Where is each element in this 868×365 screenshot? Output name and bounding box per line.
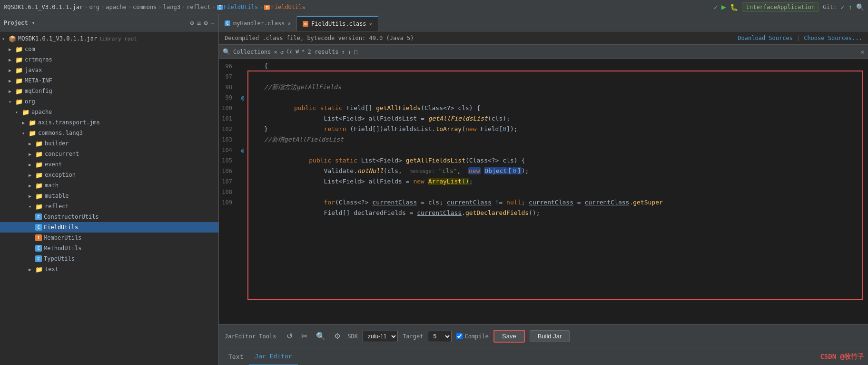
line-code: //新增方法getAllFields [247, 82, 868, 92]
settings-button[interactable]: ⚙ [332, 331, 343, 342]
code-editor[interactable]: 96 { 97 98 //新增方法getAllFields [219, 59, 868, 324]
line-number: 103 [219, 134, 238, 145]
match-case-icon[interactable]: Cc [286, 49, 293, 55]
whole-word-icon[interactable]: W [296, 49, 299, 55]
download-sources-link[interactable]: Download Sources [738, 35, 793, 41]
tree-item-label: MQSDK1.6.1_V3.0.1.1.jar [18, 35, 97, 42]
expand-arrow: ▶ [29, 267, 35, 272]
tree-item-event[interactable]: ▶ 📁 event [0, 159, 218, 170]
line-number: 106 [219, 166, 238, 176]
git-label: Git: [823, 4, 837, 10]
tree-item-builder[interactable]: ▶ 📁 builder [0, 138, 218, 149]
tree-item-mutable[interactable]: ▶ 📁 mutable [0, 191, 218, 201]
breadcrumb-item: lang3 [163, 4, 180, 10]
tree-item-mqsdk[interactable]: ▾ 📦 MQSDK1.6.1_V3.0.1.1.jar library root [0, 33, 218, 44]
tree-item-label: commons.lang3 [38, 130, 83, 136]
close-bar-icon[interactable]: ✕ [861, 49, 864, 55]
search-button[interactable]: 🔍 [314, 331, 327, 342]
breadcrumb-item: apache [106, 4, 126, 10]
tree-item-axis[interactable]: ▶ 📁 axis.transport.jms [0, 117, 218, 128]
code-line-103: 103 //新增getAllFieldsList [219, 134, 868, 145]
breadcrumb-item: reflect [187, 4, 211, 10]
folder-icon: 📁 [35, 140, 43, 147]
refresh-icon[interactable]: ↺ [280, 49, 284, 55]
class-icon: I [35, 234, 42, 241]
folder-icon: 📁 [29, 130, 36, 137]
sdk-select[interactable]: zulu-11 [363, 331, 398, 342]
tree-item-label: apache [31, 109, 52, 115]
debug-icon[interactable]: 🐛 [730, 3, 738, 11]
line-number: 109 [219, 197, 238, 208]
tab-myhandler[interactable]: C myHandler.class ✕ [219, 16, 297, 31]
compile-check: Compile [456, 333, 489, 340]
code-line-100: 100 List<Field> allFieldsList = getAllFi… [219, 103, 868, 113]
tree-item-org[interactable]: ▾ 📁 org [0, 96, 218, 107]
next-result-icon[interactable]: ↓ [348, 49, 351, 55]
run-button[interactable]: ▶ [721, 2, 726, 11]
tree-item-com[interactable]: ▶ 📁 com [0, 44, 218, 54]
tree-item-concurrent[interactable]: ▶ 📁 concurrent [0, 149, 218, 159]
breadcrumb-item: org [89, 4, 99, 10]
code-line-96: 96 { [219, 61, 868, 71]
tree-item-text[interactable]: ▶ 📁 text [0, 264, 218, 274]
line-gutter: @ [238, 145, 247, 156]
search-icon[interactable]: 🔍 [856, 3, 864, 11]
choose-sources-link[interactable]: Choose Sources... [804, 35, 862, 41]
class-icon: C [35, 245, 42, 252]
tree-item-javax[interactable]: ▶ 📁 javax [0, 65, 218, 75]
tree-item-crtmqras[interactable]: ▶ 📁 crtmqras [0, 54, 218, 65]
tree-item-methodutils[interactable]: C MethodUtils [0, 243, 218, 253]
tab-fieldutils[interactable]: m FieldUtils.class ✕ [297, 16, 378, 31]
tree-item-exception[interactable]: ▶ 📁 exception [0, 170, 218, 180]
expand-arrow: ▾ [29, 204, 35, 209]
redo-button[interactable]: ✂ [299, 331, 309, 342]
line-number: 96 [219, 61, 238, 71]
folder-icon: 📁 [15, 88, 23, 95]
folder-icon: 📁 [22, 109, 30, 116]
tab-close-icon[interactable]: ✕ [287, 20, 291, 27]
tab-jar-editor[interactable]: Jar Editor [249, 348, 297, 365]
git-sync-icon[interactable]: ↑ [848, 3, 852, 11]
breadcrumb-item: CFieldUtils [217, 4, 258, 10]
tab-bar: C myHandler.class ✕ m FieldUtils.class ✕ [219, 14, 868, 31]
tree-item-apache[interactable]: ▾ 📁 apache [0, 107, 218, 117]
tree-item-constructorutils[interactable]: C ConstructorUtils [0, 212, 218, 222]
tree-item-reflect[interactable]: ▾ 📁 reflect [0, 201, 218, 212]
tree-item-commons[interactable]: ▾ 📁 commons.lang3 [0, 128, 218, 138]
tree-item-metainf[interactable]: ▶ 📁 META-INF [0, 75, 218, 86]
build-jar-button[interactable]: Build Jar [530, 330, 570, 342]
main-layout: Project ▾ ⊕ ≡ ⚙ − ▾ 📦 MQSDK1.6.1_V3.0.1.… [0, 14, 868, 365]
git-check-icon[interactable]: ✓ [840, 3, 844, 11]
tree-item-memberutils[interactable]: I MemberUtils [0, 233, 218, 243]
collapse-icon[interactable]: ≡ [197, 19, 201, 27]
regex-icon[interactable]: * [302, 49, 305, 55]
class-icon: C [35, 224, 42, 231]
code-content: 96 { 97 98 //新增方法getAllFields [219, 59, 868, 324]
tree-item-typeutils[interactable]: C TypeUtils [0, 253, 218, 264]
tree-item-math[interactable]: ▶ 📁 math [0, 180, 218, 191]
expand-arrow: ▶ [29, 162, 35, 167]
prev-result-icon[interactable]: ↑ [341, 49, 345, 55]
tab-close-icon[interactable]: ✕ [369, 21, 373, 27]
save-button[interactable]: Save [493, 330, 525, 343]
tree-item-fieldutils[interactable]: C FieldUtils [0, 222, 218, 233]
expand-icon[interactable]: □ [354, 49, 357, 55]
run-config-label: InterfaceApplication [742, 2, 819, 12]
expand-arrow: ▾ [2, 36, 9, 41]
minimize-icon[interactable]: − [211, 19, 215, 27]
line-number: 102 [219, 124, 238, 134]
target-select[interactable]: 5 [428, 331, 452, 342]
tree-item-mqconfig[interactable]: ▶ 📁 mqConfig [0, 86, 218, 96]
tab-text[interactable]: Text [223, 348, 249, 365]
code-line-105: 105 Validate.notNull(cls, message: "cls"… [219, 155, 868, 166]
tab-jar-editor-label: Jar Editor [255, 353, 292, 360]
close-search-icon[interactable]: ✕ [274, 49, 277, 55]
compile-checkbox[interactable] [456, 333, 463, 339]
jar-icon: 📦 [9, 35, 16, 42]
settings-icon[interactable]: ⚙ [204, 19, 207, 27]
scope-icon[interactable]: ⊕ [190, 19, 194, 27]
undo-button[interactable]: ↺ [285, 331, 295, 342]
tree-item-label: exception [45, 172, 76, 178]
sidebar-dropdown-icon[interactable]: ▾ [32, 20, 35, 26]
vcs-icon[interactable]: ✓ [714, 3, 718, 11]
